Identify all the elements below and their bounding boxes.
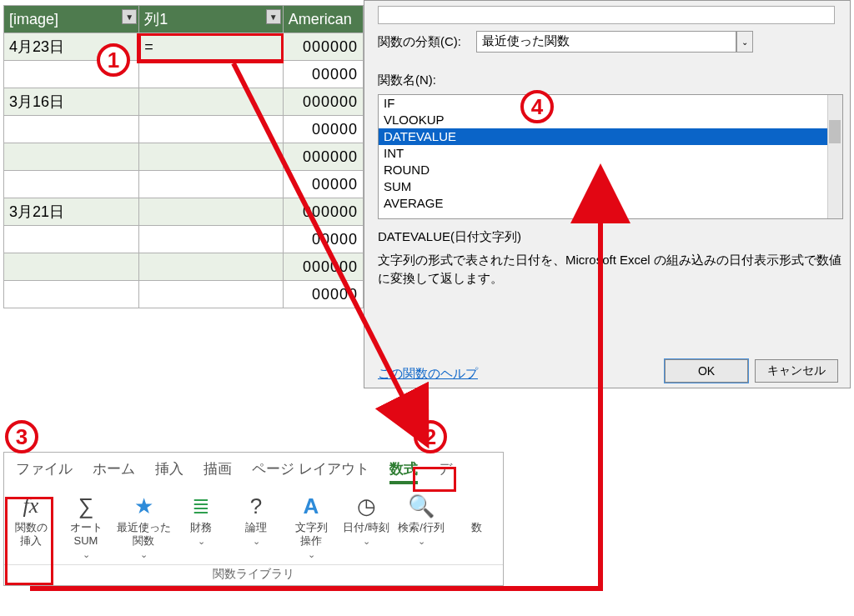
ribbon-button-label: 数 [471, 521, 482, 534]
dropdown-caret-icon: ⌄ [83, 548, 90, 561]
col-header-col1[interactable]: 列1 ▼ [139, 6, 283, 33]
annotation-4: 4 [520, 90, 554, 123]
cell[interactable] [4, 171, 139, 198]
recent-button[interactable]: ★最近使った 関数⌄ [118, 493, 169, 561]
cell[interactable]: 3月16日 [4, 88, 139, 116]
filter-dropdown-icon[interactable]: ▼ [266, 9, 281, 24]
cell[interactable]: 00000 [283, 171, 363, 198]
cell[interactable] [139, 171, 283, 198]
cell[interactable]: 00000 [283, 226, 363, 253]
dropdown-caret-icon: ⌄ [140, 548, 148, 561]
function-list-item[interactable]: DATEVALUE [379, 128, 842, 145]
cell[interactable] [139, 143, 283, 171]
function-list-item[interactable]: IF [379, 95, 842, 112]
function-list-item[interactable]: VLOOKUP [379, 112, 842, 128]
logical-icon: ? [243, 493, 269, 519]
cell[interactable] [139, 253, 283, 281]
annotation-2: 2 [414, 420, 447, 453]
lookup-icon: 🔍 [408, 493, 435, 519]
function-list-item[interactable]: INT [379, 145, 842, 162]
filter-dropdown-icon[interactable]: ▼ [122, 9, 137, 24]
function-list[interactable]: IFVLOOKUPDATEVALUEINTROUNDSUMAVERAGE [378, 94, 843, 219]
autosum-button[interactable]: ∑オート SUM⌄ [63, 493, 109, 561]
dropdown-caret-icon: ⌄ [198, 534, 205, 548]
cell[interactable]: 000000 [283, 33, 363, 61]
cell[interactable] [4, 116, 139, 143]
dropdown-caret-icon: ⌄ [418, 534, 425, 548]
cell[interactable]: 000000 [283, 143, 363, 171]
ribbon-tab[interactable]: ファイル [16, 459, 73, 484]
scrollbar[interactable] [827, 95, 842, 218]
text-button[interactable]: A文字列 操作⌄ [288, 493, 334, 561]
ribbon-tab[interactable]: 描画 [203, 459, 232, 484]
col-header-american[interactable]: American [283, 6, 363, 33]
cell[interactable] [139, 116, 283, 143]
annotation-3: 3 [5, 420, 38, 453]
cell[interactable]: 00000 [283, 61, 363, 88]
insert-function-dialog: 関数の分類(C): 最近使った関数 ⌄ 関数名(N): IFVLOOKUPDAT… [364, 0, 851, 388]
text-icon: A [298, 493, 324, 519]
function-description: 文字列の形式で表された日付を、Microsoft Excel の組み込みの日付表… [378, 251, 841, 288]
col-header-label: [image] [9, 11, 58, 28]
ribbon-tab[interactable]: 挿入 [155, 459, 183, 484]
ribbon-tab[interactable]: デ [438, 459, 452, 484]
function-list-item[interactable]: ROUND [379, 162, 842, 178]
dropdown-caret-icon: ⌄ [363, 534, 370, 548]
cell[interactable] [4, 253, 139, 281]
recent-icon: ★ [130, 493, 157, 519]
formula-editing-cell[interactable]: = [139, 33, 283, 61]
ribbon-button-label: 最近使った 関数 [117, 521, 171, 548]
cell[interactable] [139, 61, 283, 88]
ribbon: ファイルホーム挿入描画ページ レイアウト数式デ fx関数の 挿入∑オート SUM… [3, 452, 504, 586]
datetime-button[interactable]: ◷日付/時刻⌄ [343, 493, 389, 548]
ribbon-body: fx関数の 挿入∑オート SUM⌄★最近使った 関数⌄≣財務⌄?論理⌄A文字列 … [4, 488, 503, 563]
function-list-item[interactable]: SUM [379, 178, 842, 195]
insert-function-button[interactable]: fx関数の 挿入 [8, 493, 54, 548]
ok-button[interactable]: OK [665, 359, 748, 383]
datetime-icon: ◷ [353, 493, 379, 519]
scrollbar-thumb[interactable] [829, 120, 841, 143]
cell[interactable]: 00000 [283, 116, 363, 143]
financial-icon: ≣ [188, 493, 214, 519]
col-header-image[interactable]: [image] ▼ [4, 6, 139, 33]
ribbon-tab[interactable]: ページ レイアウト [252, 459, 369, 484]
financial-button[interactable]: ≣財務⌄ [178, 493, 224, 548]
ribbon-button-label: 文字列 操作 [295, 521, 328, 548]
cell[interactable]: 3月21日 [4, 198, 139, 226]
cell[interactable] [139, 226, 283, 253]
function-syntax: DATEVALUE(日付文字列) [378, 229, 521, 245]
lookup-button[interactable]: 🔍検索/行列⌄ [398, 493, 445, 548]
cell[interactable]: 000000 [283, 88, 363, 116]
function-list-label: 関数名(N): [378, 73, 436, 88]
more-button[interactable]: 数 [453, 493, 500, 534]
cell[interactable] [4, 281, 139, 308]
dropdown-caret-icon: ⌄ [253, 534, 260, 548]
cell[interactable] [139, 281, 283, 308]
function-search-input[interactable] [378, 6, 835, 24]
spreadsheet-table: [image] ▼ 列1 ▼ American 4月23日=0000000000… [3, 5, 364, 308]
cell[interactable] [139, 198, 283, 226]
cell[interactable] [139, 88, 283, 116]
cancel-button[interactable]: キャンセル [755, 359, 838, 383]
cell[interactable]: 000000 [283, 253, 363, 281]
cell[interactable] [4, 143, 139, 171]
cell[interactable]: 00000 [283, 281, 363, 308]
ribbon-button-label: 関数の 挿入 [15, 521, 48, 548]
category-select[interactable]: 最近使った関数 [476, 31, 736, 53]
cell[interactable]: 000000 [283, 198, 363, 226]
ribbon-tab[interactable]: ホーム [93, 459, 135, 484]
col-header-label: 列1 [144, 11, 168, 28]
dropdown-caret-icon: ⌄ [308, 548, 315, 561]
function-list-item[interactable]: AVERAGE [379, 195, 842, 212]
ribbon-tab[interactable]: 数式 [389, 459, 418, 484]
help-link[interactable]: この関数のヘルプ [378, 366, 478, 382]
ribbon-button-label: 論理 [245, 521, 267, 534]
category-dropdown-icon[interactable]: ⌄ [736, 31, 753, 53]
ribbon-button-label: オート SUM [70, 521, 103, 548]
cell[interactable] [4, 226, 139, 253]
ribbon-button-label: 検索/行列 [398, 521, 445, 534]
category-label: 関数の分類(C): [378, 34, 461, 50]
logical-button[interactable]: ?論理⌄ [233, 493, 279, 548]
ribbon-button-label: 財務 [190, 521, 212, 534]
annotation-1: 1 [97, 43, 130, 77]
